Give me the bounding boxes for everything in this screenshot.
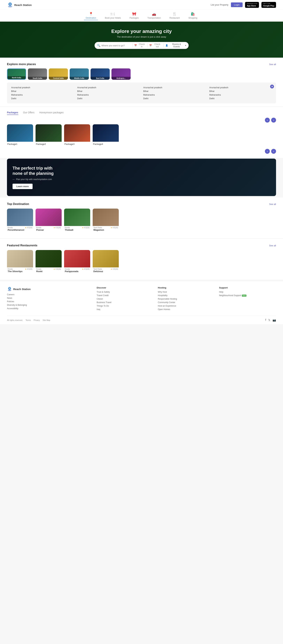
list-property-link[interactable]: List your Property <box>211 4 228 6</box>
promo-title: The perfect trip with none of the planni… <box>12 166 61 176</box>
restaurant-card-1[interactable]: Kerala ★4.5(16) Rooki <box>36 250 62 274</box>
promo-tagline: Plan your trip with reachmystation.com <box>16 178 52 180</box>
footer-link-0-0[interactable]: Careers <box>7 293 92 296</box>
package-card-1[interactable]: Package2 <box>36 124 62 146</box>
search-input[interactable] <box>102 44 131 47</box>
packages-prev-button-2[interactable]: ‹ <box>265 149 270 154</box>
nav-tab-shopping[interactable]: 🛍️Shopping <box>187 11 199 20</box>
restaurant-card-0[interactable]: Kerala ★4.5(16) The Silvertips <box>7 250 33 274</box>
explore-see-all[interactable]: See all <box>269 63 276 66</box>
footer-link-1-4[interactable]: Things To Do <box>97 305 154 307</box>
footer-link-0-3[interactable]: Diversity & Belonging <box>7 304 92 306</box>
footer-links-2: Why HostHospitalityResponsible HostingCo… <box>158 291 215 310</box>
instagram-icon[interactable]: 📷 <box>272 318 276 322</box>
dropdown-item-3-2[interactable]: Maharastra <box>209 93 272 97</box>
top-dest-see-all[interactable]: See all <box>269 203 276 206</box>
nav-tab-book-hotels[interactable]: 🍽️Book your Hotels <box>103 11 122 20</box>
footer-link-2-1[interactable]: Hospitality <box>158 294 215 297</box>
dest-rating-0: ★4.5(16) <box>25 227 32 228</box>
place-card-4[interactable]: East India <box>90 68 110 80</box>
packages-tab-1[interactable]: Our Offers <box>23 111 34 115</box>
footer-link-2-0[interactable]: Why Host <box>158 291 215 293</box>
footer-logo[interactable]: ✈ Reach Station <box>7 286 92 292</box>
rooms-guests-section[interactable]: 👤 Rooms & Guests ▾ <box>166 43 186 48</box>
twitter-icon[interactable]: 𝕏 <box>268 318 270 322</box>
dropdown-item-2-3[interactable]: Delhi <box>143 97 206 100</box>
dropdown-col-1: Arunachal pradeshBiharMaharastraDelhi <box>77 86 140 100</box>
footer-link-1-5[interactable]: Iraq <box>97 308 154 310</box>
footer-link-2-5[interactable]: Open Homes <box>158 308 215 310</box>
dest-card-1[interactable]: Kerala ★4.5(16) Poovar <box>36 208 62 232</box>
dropdown-item-2-0[interactable]: Arunachal pradesh <box>143 86 206 89</box>
footer-link-2-2[interactable]: Responsible Hosting <box>158 298 215 300</box>
dest-card-3[interactable]: Tamil Nadu ★4.5(16) Wagamon <box>93 208 119 232</box>
dropdown-item-2-2[interactable]: Maharastra <box>143 93 206 97</box>
package-card-2[interactable]: Package3 <box>64 124 90 146</box>
place-card-5[interactable]: Andrapra... <box>112 68 130 80</box>
footer-link-1-0[interactable]: Trust & Safety <box>97 291 154 293</box>
nav-tab-restaurant[interactable]: 🍴Restaurant <box>168 11 182 20</box>
nav-tab-transportation[interactable]: 🚗Transportation <box>146 11 162 20</box>
nav-tab-destination[interactable]: 📍Destination <box>84 11 98 20</box>
dropdown-item-3-0[interactable]: Arunachal pradesh <box>209 86 272 89</box>
checkout-section[interactable]: 📅 Check out <box>149 43 162 48</box>
packages-tab-0[interactable]: Packages <box>7 111 18 115</box>
dropdown-item-1-0[interactable]: Arunachal pradesh <box>77 86 140 89</box>
footer-link-0-1[interactable]: News <box>7 297 92 299</box>
packages-next-button-2[interactable]: › <box>271 149 276 154</box>
dropdown-item-3-3[interactable]: Delhi <box>209 97 272 100</box>
hero-subtitle: The destination of your dream is just a … <box>117 36 166 38</box>
facebook-icon[interactable]: f <box>266 318 266 322</box>
app-store-badge[interactable]: Download on the App Store <box>245 2 259 8</box>
dropdown-item-3-1[interactable]: Bihar <box>209 89 272 93</box>
dropdown-item-1-3[interactable]: Delhi <box>77 97 140 100</box>
place-card-2[interactable]: Central India <box>49 68 68 80</box>
footer-link-2-4[interactable]: Host an Experience <box>158 305 215 307</box>
footer-link-3-1[interactable]: Neighbourhood SupportNew <box>219 294 276 297</box>
dest-info-1: Kerala ★4.5(16) Poovar <box>36 226 62 232</box>
footer-link-1-1[interactable]: Travel Credit <box>97 294 154 297</box>
package-card-3[interactable]: Package4 <box>93 124 119 146</box>
footer-link-3-0[interactable]: Help <box>219 291 276 293</box>
place-card-1[interactable]: South India <box>28 68 47 80</box>
footer-link-0-4[interactable]: Accessibility <box>7 307 92 310</box>
dest-img-3 <box>93 208 119 226</box>
dropdown-item-1-2[interactable]: Maharastra <box>77 93 140 97</box>
top-dest-title: Top Destination <box>7 202 29 206</box>
checkout-icon: 📅 <box>149 44 152 47</box>
dest-card-2[interactable]: Kerala ★4.5(16) Thekadi <box>64 208 90 232</box>
checkin-section[interactable]: 📅 Check in <box>134 43 146 48</box>
learn-more-button[interactable]: Learn more <box>12 184 32 189</box>
nav-tab-icon-book-hotels: 🍽️ <box>110 12 115 16</box>
restaurant-card-2[interactable]: Kerala ★4.5(16) Parippuvada <box>64 250 90 274</box>
nav-tab-packages[interactable]: 🎀Packages <box>128 11 140 20</box>
restaurant-card-3[interactable]: Tamil Nadu ★4.5(16) Deliziouz <box>93 250 119 274</box>
place-card-3[interactable]: Middle India <box>70 68 89 80</box>
dropdown-item-0-1[interactable]: Bihar <box>11 89 74 93</box>
restaurants-see-all[interactable]: See all <box>269 244 276 247</box>
place-card-0[interactable]: North India <box>7 68 26 80</box>
chevron-down-icon: ▾ <box>185 44 186 47</box>
footer-link-1-3[interactable]: Business Travel <box>97 301 154 304</box>
footer-privacy[interactable]: Privacy <box>34 319 40 321</box>
package-card-0[interactable]: Package1 <box>7 124 33 146</box>
footer-link-0-2[interactable]: Policies <box>7 300 92 303</box>
close-dropdown-button[interactable]: ✕ <box>270 84 274 88</box>
google-play-badge[interactable]: GET IT ON Google Play <box>262 2 276 8</box>
dropdown-item-0-0[interactable]: Arunachal pradesh <box>11 86 74 89</box>
footer: ✈ Reach Station CareersNewsPoliciesDiver… <box>0 281 283 324</box>
packages-tab-2[interactable]: Honeymoon packages <box>39 111 64 115</box>
dropdown-item-2-1[interactable]: Bihar <box>143 89 206 93</box>
footer-link-2-3[interactable]: Community Center <box>158 301 215 304</box>
footer-terms[interactable]: Terms <box>26 319 31 321</box>
footer-link-1-2[interactable]: Citizen <box>97 298 154 300</box>
packages-prev-button[interactable]: ‹ <box>265 118 270 122</box>
dest-card-0[interactable]: Kerala ★4.5(16) Perunthenaruvi <box>7 208 33 232</box>
dropdown-item-0-2[interactable]: Maharastra <box>11 93 74 97</box>
logo[interactable]: ✈ Reach Station <box>7 2 32 8</box>
packages-next-button[interactable]: › <box>271 118 276 122</box>
login-button[interactable]: Login <box>231 2 243 7</box>
dropdown-item-0-3[interactable]: Delhi <box>11 97 74 100</box>
footer-sitemap[interactable]: Site Map <box>43 319 50 321</box>
dropdown-item-1-1[interactable]: Bihar <box>77 89 140 93</box>
